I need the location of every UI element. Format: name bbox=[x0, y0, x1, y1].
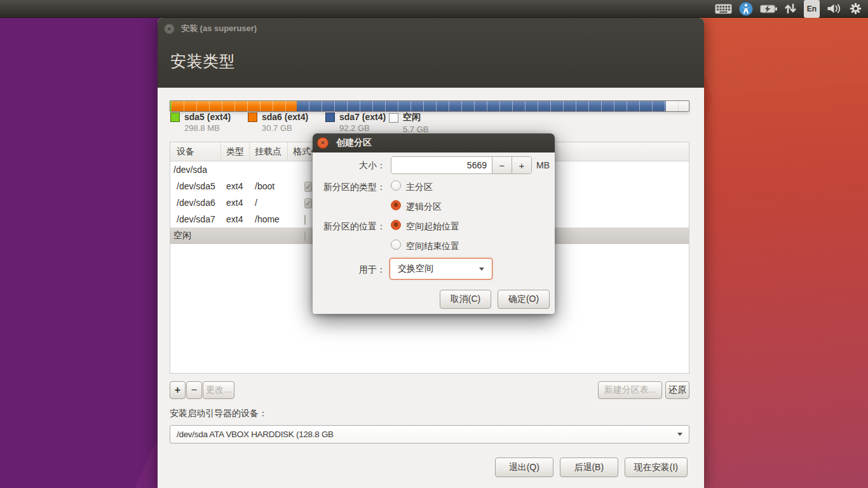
revert-button[interactable]: 还原 bbox=[665, 381, 689, 399]
bootloader-device-dropdown[interactable]: /dev/sda ATA VBOX HARDDISK (128.8 GB bbox=[170, 425, 689, 444]
install-now-button[interactable]: 现在安装(I) bbox=[625, 458, 688, 477]
column-header-type[interactable]: 类型 bbox=[221, 142, 250, 161]
partition-type-label: 新分区的类型： bbox=[313, 182, 386, 193]
partition-bar-free bbox=[666, 101, 689, 111]
change-partition-button[interactable]: 更改... bbox=[203, 381, 234, 399]
top-panel: En bbox=[0, 0, 868, 18]
format-checkbox-sda7[interactable] bbox=[304, 215, 306, 225]
dialog-titlebar: ✕ 创建分区 bbox=[313, 133, 555, 152]
size-increment-button[interactable]: + bbox=[512, 157, 531, 173]
legend-item-free: 空闲 5.7 GB bbox=[389, 112, 428, 134]
screen: En bbox=[0, 0, 868, 488]
legend-swatch-orange bbox=[248, 112, 257, 122]
add-partition-button[interactable]: + bbox=[170, 381, 186, 399]
chevron-down-icon bbox=[677, 433, 682, 436]
partition-usage-bar bbox=[170, 100, 689, 112]
window-title: 安装 (as superuser) bbox=[181, 23, 257, 34]
dialog-title: 创建分区 bbox=[336, 137, 372, 149]
legend-item-sda6: sda6 (ext4) 30.7 GB bbox=[248, 112, 308, 133]
size-unit-label: MB bbox=[536, 160, 550, 170]
cancel-button[interactable]: 取消(C) bbox=[440, 290, 491, 309]
format-checkbox-sda5[interactable]: ✓ bbox=[304, 182, 312, 192]
system-tray: En bbox=[715, 0, 868, 18]
back-button[interactable]: 后退(B) bbox=[560, 458, 618, 477]
window-header: ✕ 安装 (as superuser) 安装类型 bbox=[158, 18, 704, 88]
format-checkbox-sda6[interactable]: ✓ bbox=[304, 198, 312, 208]
radio-end-of-space[interactable] bbox=[391, 240, 401, 250]
partition-legend: sda5 (ext4) 298.8 MB sda6 (ext4) 30.7 GB… bbox=[170, 112, 689, 135]
radio-logical-partition[interactable] bbox=[391, 200, 401, 210]
use-as-value: 交换空间 bbox=[398, 263, 433, 274]
network-updown-icon[interactable] bbox=[784, 0, 797, 18]
ok-button[interactable]: 确定(O) bbox=[498, 290, 550, 309]
size-input[interactable]: 5669 bbox=[391, 157, 492, 173]
session-gear-icon[interactable] bbox=[850, 0, 862, 18]
radio-beginning-of-space[interactable] bbox=[391, 220, 401, 230]
column-header-mountpoint[interactable]: 挂载点 bbox=[250, 142, 288, 161]
language-indicator[interactable]: En bbox=[804, 0, 820, 18]
partition-bar-sda6 bbox=[172, 101, 297, 111]
keyboard-indicator-icon[interactable] bbox=[715, 0, 732, 18]
bootloader-device-label: 安装启动引导器的设备： bbox=[170, 408, 268, 419]
size-label: 大小： bbox=[313, 160, 386, 172]
battery-icon[interactable] bbox=[760, 0, 777, 18]
legend-swatch-free bbox=[389, 113, 398, 123]
use-as-dropdown[interactable]: 交换空间 bbox=[390, 258, 492, 280]
use-as-label: 用于： bbox=[313, 264, 386, 276]
new-partition-table-button[interactable]: 新建分区表... bbox=[598, 381, 662, 399]
legend-swatch-blue bbox=[325, 112, 335, 122]
partition-location-label: 新分区的位置： bbox=[313, 221, 386, 233]
size-decrement-button[interactable]: − bbox=[492, 157, 512, 173]
format-checkbox-free[interactable] bbox=[304, 231, 306, 241]
remove-partition-button[interactable]: − bbox=[186, 381, 202, 399]
column-header-device[interactable]: 设备 bbox=[170, 142, 221, 161]
legend-swatch-green bbox=[170, 112, 180, 122]
radio-primary-partition[interactable] bbox=[391, 180, 401, 191]
legend-item-sda5: sda5 (ext4) 298.8 MB bbox=[170, 112, 231, 133]
partition-bar-sda7 bbox=[297, 101, 666, 111]
volume-icon[interactable] bbox=[827, 0, 843, 18]
accessibility-icon[interactable] bbox=[739, 0, 753, 18]
bootloader-device-value: /dev/sda ATA VBOX HARDDISK (128.8 GB bbox=[177, 430, 334, 439]
size-spinner: 5669 − + bbox=[391, 156, 532, 174]
chevron-down-icon bbox=[479, 268, 484, 271]
window-close-button[interactable]: ✕ bbox=[164, 24, 175, 34]
create-partition-dialog: ✕ 创建分区 大小： 5669 − + MB 新分区的类型： 主分区 逻辑分区 … bbox=[313, 133, 555, 314]
legend-item-sda7: sda7 (ext4) 92.2 GB bbox=[325, 112, 386, 133]
quit-button[interactable]: 退出(Q) bbox=[495, 458, 553, 477]
partition-toolbar: + − 更改... 新建分区表... 还原 bbox=[170, 381, 689, 399]
wizard-actions: 退出(Q) 后退(B) 现在安装(I) bbox=[495, 458, 688, 477]
dialog-close-button[interactable]: ✕ bbox=[317, 137, 329, 149]
page-title: 安装类型 bbox=[158, 39, 704, 72]
window-titlebar: ✕ 安装 (as superuser) bbox=[158, 18, 704, 39]
